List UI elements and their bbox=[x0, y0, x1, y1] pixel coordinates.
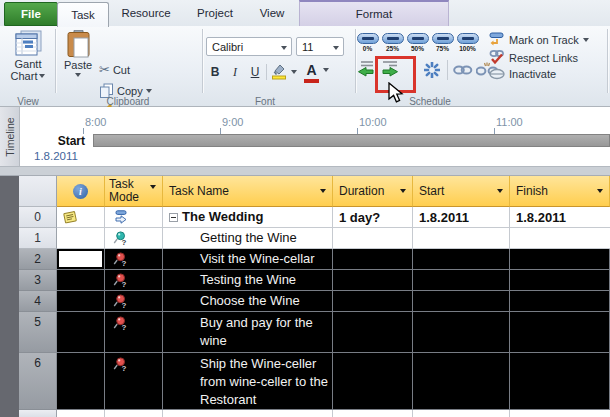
cell-start[interactable] bbox=[413, 291, 510, 312]
filter-arrow-icon[interactable] bbox=[320, 189, 326, 193]
cell-duration[interactable] bbox=[333, 291, 413, 312]
font-color-button[interactable]: A bbox=[304, 61, 329, 83]
cell-finish[interactable] bbox=[510, 410, 610, 417]
tab-file[interactable]: File bbox=[4, 2, 58, 26]
table-row-7-partial[interactable] bbox=[19, 410, 610, 417]
cell-task-name[interactable]: Ship the Wine-celler from wine-celler to… bbox=[163, 353, 333, 410]
cell-task-name[interactable]: The Wedding bbox=[163, 207, 333, 228]
tab-format[interactable]: Format bbox=[299, 0, 449, 26]
active-cell[interactable] bbox=[57, 249, 105, 270]
timeline-pane-label-strip[interactable]: Timeline bbox=[0, 107, 20, 166]
percent-100-button[interactable] bbox=[457, 33, 479, 44]
tab-view[interactable]: View bbox=[250, 2, 294, 24]
cell-task-mode[interactable]: ? bbox=[105, 312, 163, 353]
cell-info[interactable] bbox=[57, 353, 105, 410]
cell-start[interactable] bbox=[413, 270, 510, 291]
cell-info[interactable] bbox=[57, 291, 105, 312]
inactivate-button[interactable]: Inactivate bbox=[489, 68, 556, 80]
header-task-name[interactable]: Task Name bbox=[163, 176, 333, 207]
bold-button[interactable]: B bbox=[206, 63, 224, 81]
row-header[interactable]: 3 bbox=[19, 270, 57, 291]
row-header[interactable]: 2 bbox=[19, 249, 57, 270]
cell-start[interactable] bbox=[413, 312, 510, 353]
timeline-bar[interactable] bbox=[93, 134, 610, 147]
cell-task-mode[interactable]: ? bbox=[105, 353, 163, 410]
filter-arrow-icon[interactable] bbox=[150, 185, 156, 189]
highlight-color-button[interactable] bbox=[271, 63, 297, 80]
header-info[interactable]: i bbox=[57, 176, 105, 207]
cell-finish[interactable]: 1.8.2011 bbox=[510, 207, 610, 228]
filter-arrow-icon[interactable] bbox=[497, 189, 503, 193]
gantt-chart-button[interactable]: Gantt Chart bbox=[6, 30, 50, 82]
filter-arrow-icon[interactable] bbox=[597, 189, 603, 193]
cell-task-name[interactable]: Visit the Wine-cellar bbox=[163, 249, 333, 270]
cell-task-mode[interactable]: ? bbox=[105, 291, 163, 312]
row-header[interactable]: 4 bbox=[19, 291, 57, 312]
cell-finish[interactable] bbox=[510, 353, 610, 410]
row-header[interactable]: 1 bbox=[19, 228, 57, 249]
tab-project[interactable]: Project bbox=[188, 2, 242, 24]
cell-duration[interactable] bbox=[333, 228, 413, 249]
table-row-6[interactable]: 6 ? Ship the Wine-celler from wine-celle… bbox=[19, 353, 610, 410]
percent-0-button[interactable] bbox=[357, 33, 379, 44]
cell-info[interactable] bbox=[57, 410, 105, 417]
link-tasks-button[interactable] bbox=[453, 64, 473, 76]
cell-task-mode[interactable]: ? bbox=[105, 270, 163, 291]
cell-info[interactable] bbox=[57, 207, 105, 228]
cell-task-name[interactable]: Choose the Wine bbox=[163, 291, 333, 312]
table-row-5[interactable]: 5 ? Buy and pay for the wine bbox=[19, 312, 610, 353]
table-row-2[interactable]: 2 ? Visit the Wine-cellar bbox=[19, 249, 610, 270]
collapse-icon[interactable] bbox=[169, 213, 178, 222]
header-duration[interactable]: Duration bbox=[333, 176, 413, 207]
tab-resource[interactable]: Resource bbox=[113, 2, 179, 24]
cut-button[interactable]: ✂ Cut bbox=[99, 62, 130, 77]
font-size-combo[interactable]: 11 bbox=[296, 37, 344, 56]
cell-info[interactable] bbox=[57, 270, 105, 291]
cell-task-name[interactable]: Testing the Wine bbox=[163, 270, 333, 291]
table-row-0[interactable]: 0 bbox=[19, 207, 610, 228]
percent-50-button[interactable] bbox=[407, 33, 429, 44]
split-task-button[interactable] bbox=[424, 62, 440, 78]
cell-task-mode[interactable]: ? bbox=[105, 249, 163, 270]
cell-task-mode[interactable]: ? bbox=[105, 228, 163, 249]
cell-duration[interactable] bbox=[333, 353, 413, 410]
select-all-corner[interactable] bbox=[19, 176, 57, 207]
cell-duration[interactable] bbox=[333, 249, 413, 270]
cell-task-name[interactable]: Getting the Wine bbox=[163, 228, 333, 249]
tab-task[interactable]: Task bbox=[57, 2, 109, 27]
paste-button[interactable]: Paste bbox=[60, 30, 96, 77]
cell-finish[interactable] bbox=[510, 228, 610, 249]
row-header[interactable] bbox=[19, 410, 57, 417]
outdent-task-button[interactable] bbox=[357, 60, 375, 77]
header-task-mode[interactable]: Task Mode bbox=[105, 176, 163, 207]
table-row-1[interactable]: 1 ? Getting the Wine bbox=[19, 228, 610, 249]
cell-info[interactable] bbox=[57, 228, 105, 249]
header-start[interactable]: Start bbox=[413, 176, 510, 207]
cell-start[interactable] bbox=[413, 353, 510, 410]
cell-start[interactable] bbox=[413, 410, 510, 417]
percent-25-button[interactable] bbox=[382, 33, 404, 44]
cell-finish[interactable] bbox=[510, 312, 610, 353]
row-header[interactable]: 6 bbox=[19, 353, 57, 410]
table-row-3[interactable]: 3 ? Testing the Wine bbox=[19, 270, 610, 291]
italic-button[interactable]: I bbox=[226, 63, 244, 81]
cell-task-mode[interactable] bbox=[105, 410, 163, 417]
header-finish[interactable]: Finish bbox=[510, 176, 610, 207]
cell-finish[interactable] bbox=[510, 249, 610, 270]
mark-on-track-button[interactable]: Mark on Track bbox=[489, 32, 589, 47]
font-name-combo[interactable]: Calibri bbox=[206, 37, 292, 56]
cell-duration[interactable] bbox=[333, 270, 413, 291]
cell-finish[interactable] bbox=[510, 270, 610, 291]
cell-start[interactable] bbox=[413, 249, 510, 270]
cell-task-name[interactable] bbox=[163, 410, 333, 417]
cell-info[interactable] bbox=[57, 312, 105, 353]
cell-duration[interactable] bbox=[333, 312, 413, 353]
cell-task-name[interactable]: Buy and pay for the wine bbox=[163, 312, 333, 353]
row-header[interactable]: 5 bbox=[19, 312, 57, 353]
cell-duration[interactable]: 1 day? bbox=[333, 207, 413, 228]
filter-arrow-icon[interactable] bbox=[400, 189, 406, 193]
cell-task-mode[interactable] bbox=[105, 207, 163, 228]
cell-duration[interactable] bbox=[333, 410, 413, 417]
respect-links-button[interactable]: Respect Links bbox=[489, 50, 578, 65]
table-row-4[interactable]: 4 ? Choose the Wine bbox=[19, 291, 610, 312]
